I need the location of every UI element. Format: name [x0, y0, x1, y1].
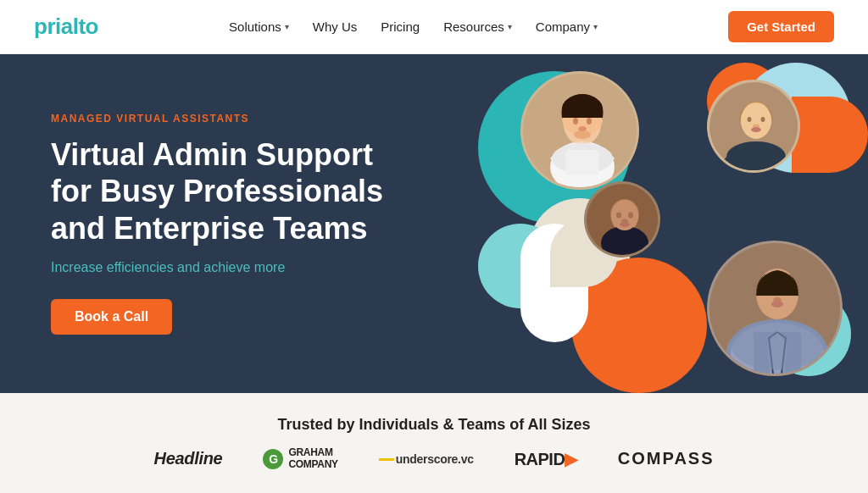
orange-half-circle: [792, 97, 868, 173]
logo-headline: Headline: [153, 449, 222, 468]
person-photo-3: [707, 80, 800, 173]
svg-point-21: [620, 222, 630, 227]
nav-solutions[interactable]: Solutions ▾: [229, 19, 289, 34]
svg-point-10: [578, 126, 587, 131]
logo-graham: G GRAHAMCOMPANY: [263, 447, 337, 469]
nav-whyus[interactable]: Why Us: [313, 19, 358, 34]
hero-tag: MANAGED VIRTUAL ASSISTANTS: [51, 113, 407, 125]
logo-rapid: RAPID▶: [515, 449, 577, 469]
svg-point-7: [574, 130, 591, 139]
underscore-line-icon: [379, 458, 394, 461]
hero-illustration: [427, 54, 868, 393]
svg-point-27: [761, 117, 765, 122]
chevron-down-icon: ▾: [593, 22, 598, 31]
nav-company[interactable]: Company ▾: [536, 19, 598, 34]
person-photo-4: [707, 241, 843, 376]
nav-links: Solutions ▾ Why Us Pricing Resources ▾ C…: [229, 19, 598, 34]
hero-subtitle: Increase efficiencies and achieve more: [51, 260, 407, 275]
book-call-button[interactable]: Book a Call: [51, 299, 172, 335]
svg-point-41: [731, 319, 824, 370]
graham-g-icon: G: [263, 449, 283, 469]
svg-point-29: [751, 127, 761, 132]
chevron-down-icon: ▾: [508, 22, 512, 31]
logo-compass: COMPASS: [618, 449, 715, 468]
graham-text: GRAHAMCOMPANY: [288, 447, 337, 469]
person-photo-1: [520, 71, 639, 190]
trusted-section: Trusted by Individuals & Teams of All Si…: [0, 393, 868, 493]
get-started-button[interactable]: Get Started: [728, 11, 834, 42]
hero-content: MANAGED VIRTUAL ASSISTANTS Virtual Admin…: [0, 113, 407, 335]
svg-point-39: [771, 301, 783, 307]
svg-point-9: [587, 118, 592, 125]
trusted-logos: Headline G GRAHAMCOMPANY underscore.vc R…: [153, 447, 714, 469]
svg-rect-12: [565, 150, 599, 175]
svg-point-26: [748, 117, 752, 122]
svg-point-8: [573, 118, 578, 125]
svg-point-25: [741, 102, 771, 138]
hero-title: Virtual Admin Support for Busy Professio…: [51, 136, 407, 246]
nav-resources[interactable]: Resources ▾: [443, 19, 512, 34]
brand-logo[interactable]: prialto: [34, 14, 98, 40]
navbar: prialto Solutions ▾ Why Us Pricing Resou…: [0, 0, 868, 54]
nav-pricing[interactable]: Pricing: [381, 19, 420, 34]
svg-point-18: [616, 213, 621, 219]
person-photo-2: [584, 181, 660, 258]
svg-point-19: [628, 213, 633, 219]
logo-underscore: underscore.vc: [379, 452, 474, 466]
trusted-title: Trusted by Individuals & Teams of All Si…: [277, 416, 590, 434]
rapid-arrow-icon: ▶: [565, 450, 577, 468]
chevron-down-icon: ▾: [285, 22, 289, 31]
hero-section: MANAGED VIRTUAL ASSISTANTS Virtual Admin…: [0, 54, 868, 393]
